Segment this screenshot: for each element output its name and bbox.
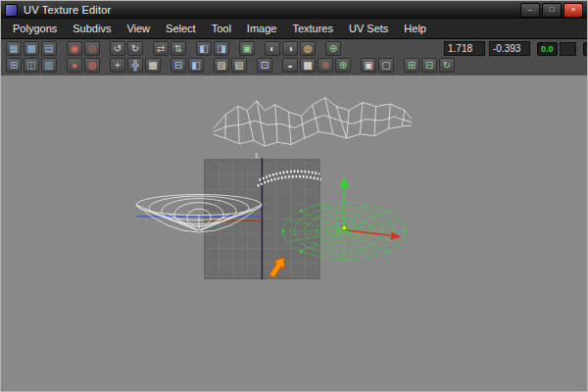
paste-uvs-icon[interactable]: ▢ <box>378 58 394 73</box>
uv-smudge-tool-icon[interactable]: ▤ <box>41 41 57 56</box>
copy-uvs-icon[interactable]: ▣ <box>361 58 376 73</box>
menu-help[interactable]: Help <box>396 20 434 37</box>
rotate-uvs-cw-icon[interactable]: ↻ <box>127 41 143 56</box>
isolate-select-toggle-icon[interactable]: ▣ <box>239 41 255 56</box>
perspective-mesh-wireframe <box>214 98 413 146</box>
menu-image[interactable]: Image <box>239 20 285 37</box>
cut-uvs-icon[interactable]: ⇄ <box>153 41 169 56</box>
straighten-uvs-icon[interactable]: ⊟ <box>171 58 186 73</box>
close-button[interactable]: × <box>564 3 583 18</box>
flip-v-icon[interactable]: ◎ <box>84 41 100 56</box>
match-uvs-icon[interactable]: ▨ <box>214 58 229 73</box>
display-alpha-channel-icon[interactable]: ⊕ <box>335 58 351 73</box>
menu-uv-sets[interactable]: UV Sets <box>341 20 396 37</box>
manipulator-center-handle[interactable] <box>342 225 347 230</box>
titlebar: UV Texture Editor –□× <box>1 1 587 19</box>
refresh-view-icon[interactable]: ↻ <box>439 58 455 73</box>
zoom-out-icon[interactable]: ⊟ <box>421 58 437 73</box>
menu-view[interactable]: View <box>119 20 158 37</box>
menu-textures[interactable]: Textures <box>284 20 341 37</box>
v-coordinate-field[interactable]: -0.393 <box>489 41 530 56</box>
uv-texture-editor-window: UV Texture Editor –□× PolygonsSubdivsVie… <box>0 0 588 392</box>
minimize-button[interactable]: – <box>520 3 540 18</box>
manipulator-x-arrow[interactable] <box>347 230 401 240</box>
map-uv-border-icon[interactable]: ▩ <box>145 58 161 73</box>
menu-select[interactable]: Select <box>158 20 204 37</box>
display-rgb-channels-icon[interactable]: ⊗ <box>318 58 333 73</box>
app-icon <box>5 4 18 17</box>
window-title: UV Texture Editor <box>24 4 518 16</box>
dim-image-toggle-icon[interactable]: ◍ <box>300 41 316 56</box>
uv-shell-border-icon[interactable]: ◫ <box>24 58 39 73</box>
sew-uvs-icon[interactable]: ⇅ <box>171 41 186 56</box>
manipulator-y-arrow[interactable] <box>339 176 349 226</box>
flip-u-icon[interactable]: ◉ <box>67 41 82 56</box>
filtered-image-toggle-icon[interactable]: ◑ <box>282 41 298 56</box>
menu-tool[interactable]: Tool <box>204 20 239 37</box>
layout-uvs-icon[interactable]: ◧ <box>196 41 212 56</box>
uv-snapshot-icon[interactable]: ⊡ <box>257 58 272 73</box>
uv-move-tool-icon[interactable]: ▦ <box>6 41 22 56</box>
toolbar-row-1: ▦▩▤◉◎↺↻⇄⇅◧◨▣◐◑◍⊕ 1.718 -0.393 0.0 0.0 <box>5 40 585 57</box>
menu-subdivs[interactable]: Subdivs <box>65 20 119 37</box>
unfold-uvs-icon[interactable]: + <box>110 58 125 73</box>
rotate-uvs-ccw-icon[interactable]: ↺ <box>110 41 125 56</box>
toolbar-row-2: ⊞◫▥●◍+╬▩⊟◧▨▧⊡◒▩⊗⊕▣▢⊞⊟↻ <box>5 57 585 74</box>
select-uv-shell-icon[interactable]: ◍ <box>84 58 100 73</box>
distribute-uvs-icon[interactable]: ◧ <box>188 58 204 73</box>
u-coordinate-field[interactable]: 1.718 <box>444 41 485 56</box>
align-uvs-icon[interactable]: ◨ <box>214 41 229 56</box>
aux-v-value: 0.0 <box>583 42 588 56</box>
display-image-toggle-icon[interactable]: ◐ <box>265 41 280 56</box>
move-manipulator <box>339 176 401 240</box>
move-uv-shell-icon[interactable]: ● <box>67 58 82 73</box>
uv-editor-viewport[interactable]: 1 <box>1 75 588 392</box>
maximize-button[interactable]: □ <box>542 3 562 18</box>
merge-uvs-icon[interactable]: ▧ <box>231 58 247 73</box>
axis-tick-label: 1 <box>255 151 259 160</box>
menubar: PolygonsSubdivsViewSelectToolImageTextur… <box>1 19 587 39</box>
relax-uvs-icon[interactable]: ╬ <box>127 58 143 73</box>
menu-polygons[interactable]: Polygons <box>5 20 65 37</box>
aux-u-value: 0.0 <box>537 42 558 56</box>
toolbar: ▦▩▤◉◎↺↻⇄⇅◧◨▣◐◑◍⊕ 1.718 -0.393 0.0 0.0 ⊞◫… <box>1 39 587 76</box>
texture-border-toggle-icon[interactable]: ▥ <box>41 58 57 73</box>
checker-display-toggle-icon[interactable]: ▩ <box>300 58 316 73</box>
uv-texture-grid-icon[interactable]: ⊞ <box>6 58 22 73</box>
frame-selection-icon[interactable]: ⊕ <box>325 41 341 56</box>
uv-lattice-tool-icon[interactable]: ▩ <box>24 41 39 56</box>
zoom-in-icon[interactable]: ⊞ <box>404 58 419 73</box>
viewport-canvas: 1 <box>1 75 588 392</box>
aux-u-field[interactable] <box>560 42 576 56</box>
shade-uvs-toggle-icon[interactable]: ◒ <box>282 58 298 73</box>
